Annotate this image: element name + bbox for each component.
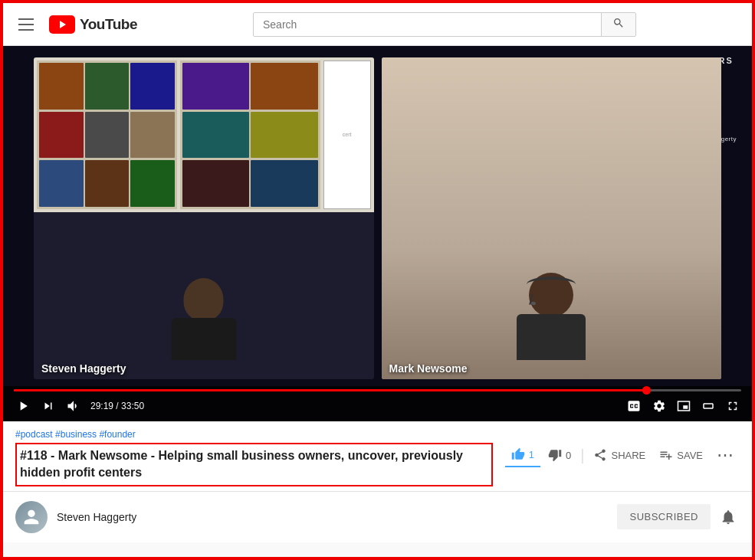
thumbs-up-icon	[511, 447, 525, 461]
like-count: 1	[529, 449, 534, 460]
dislike-button[interactable]: 0	[542, 444, 577, 467]
theater-button[interactable]	[700, 398, 717, 414]
next-button[interactable]	[40, 398, 57, 414]
video-player-container[interactable]: FOUNDERS THREE SIX FIVE with Steven Hagg…	[3, 46, 752, 421]
fullscreen-icon	[726, 399, 740, 413]
youtube-logo[interactable]: YouTube	[49, 15, 137, 34]
channel-info: Steven Haggerty	[15, 501, 136, 533]
search-icon	[612, 17, 625, 29]
subscribe-button[interactable]: SUBSCRIBED	[617, 504, 711, 529]
skip-next-icon	[41, 399, 55, 413]
youtube-logo-icon	[49, 15, 75, 34]
avatar-person-icon	[21, 506, 42, 528]
youtube-logo-text: YouTube	[80, 16, 137, 33]
save-button[interactable]: SAVE	[653, 444, 709, 467]
channel-name[interactable]: Steven Haggerty	[57, 511, 136, 523]
share-button[interactable]: SHARE	[587, 444, 652, 467]
miniplayer-icon	[677, 399, 691, 413]
video-actions: 1 0 | SHARE SAVE ⋯	[505, 443, 740, 467]
cc-icon	[626, 398, 642, 414]
video-tags[interactable]: #podcast #business #founder	[15, 429, 740, 440]
more-actions-button[interactable]: ⋯	[711, 444, 740, 467]
gear-icon	[652, 399, 666, 413]
svg-marker-0	[60, 21, 66, 28]
search-bar	[253, 12, 636, 37]
video-frame: FOUNDERS THREE SIX FIVE with Steven Hagg…	[3, 46, 752, 421]
share-icon	[593, 448, 607, 462]
video-controls: 29:19 / 33:50	[3, 386, 752, 421]
progress-bar[interactable]	[14, 389, 741, 391]
fullscreen-button[interactable]	[724, 398, 741, 414]
hamburger-menu[interactable]	[15, 15, 37, 34]
settings-button[interactable]	[651, 398, 668, 414]
volume-icon	[66, 398, 81, 414]
play-pause-button[interactable]	[14, 397, 32, 415]
person-box-right: Mark Newsome	[382, 57, 722, 379]
volume-button[interactable]	[64, 397, 83, 415]
video-title: #118 - Mark Newsome - Helping small busi…	[15, 443, 493, 486]
search-input[interactable]	[254, 13, 601, 36]
dislike-count: 0	[566, 450, 571, 461]
captions-button[interactable]	[625, 397, 643, 415]
save-icon	[659, 448, 673, 462]
time-display: 29:19 / 33:50	[90, 401, 144, 411]
theater-icon	[701, 399, 715, 413]
bell-icon	[720, 509, 737, 526]
channel-row: Steven Haggerty SUBSCRIBED	[3, 492, 752, 542]
search-button[interactable]	[601, 13, 635, 36]
person-right-label: Mark Newsome	[389, 362, 468, 375]
person-left-label: Steven Haggerty	[41, 362, 126, 375]
progress-filled	[14, 389, 647, 391]
thumbs-down-icon	[548, 448, 562, 462]
notification-bell-button[interactable]	[717, 506, 740, 529]
header: YouTube	[3, 3, 752, 46]
video-info-section: #podcast #business #founder #118 - Mark …	[3, 421, 752, 492]
miniplayer-button[interactable]	[675, 398, 692, 414]
like-button[interactable]: 1	[505, 443, 540, 467]
play-triangle-icon	[57, 19, 67, 30]
channel-avatar[interactable]	[15, 501, 48, 533]
person-box-left: cert Steven Haggerty	[34, 57, 374, 379]
progress-dot	[642, 386, 651, 395]
play-icon	[15, 398, 31, 414]
